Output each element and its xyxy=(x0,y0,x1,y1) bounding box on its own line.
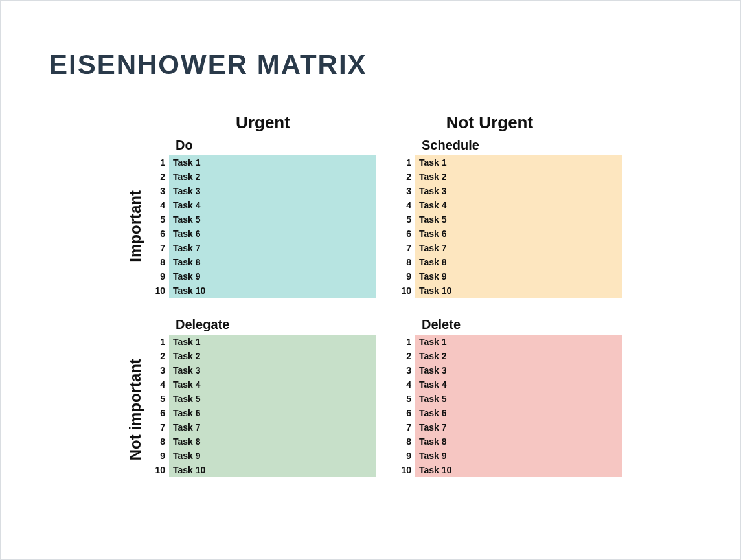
task-row: 6Task 6 xyxy=(396,227,622,241)
task-num: 4 xyxy=(150,379,169,390)
task-num: 5 xyxy=(150,214,169,225)
task-row: 4Task 4 xyxy=(150,377,376,392)
task-cell[interactable]: Task 3 xyxy=(415,184,622,198)
task-row: 5Task 5 xyxy=(396,212,622,227)
task-num: 9 xyxy=(150,271,169,282)
task-num: 3 xyxy=(396,186,415,196)
task-num: 10 xyxy=(396,286,415,296)
task-cell[interactable]: Task 10 xyxy=(169,284,376,298)
task-cell[interactable]: Task 2 xyxy=(169,349,376,363)
task-num: 6 xyxy=(396,229,415,239)
task-num: 2 xyxy=(150,172,169,182)
task-num: 5 xyxy=(396,394,415,404)
task-num: 7 xyxy=(396,243,415,253)
task-cell[interactable]: Task 3 xyxy=(169,363,376,377)
page-title: EISENHOWER MATRIX xyxy=(1,49,740,80)
task-row: 8Task 8 xyxy=(150,255,376,269)
task-cell[interactable]: Task 8 xyxy=(169,255,376,269)
task-cell[interactable]: Task 9 xyxy=(169,449,376,463)
task-cell[interactable]: Task 1 xyxy=(415,335,622,349)
task-cell[interactable]: Task 2 xyxy=(415,349,622,363)
task-row: 1Task 1 xyxy=(150,155,376,170)
task-cell[interactable]: Task 2 xyxy=(169,170,376,184)
task-cell[interactable]: Task 10 xyxy=(415,284,622,298)
task-cell[interactable]: Task 4 xyxy=(169,377,376,392)
quadrant-schedule-title: Schedule xyxy=(396,138,622,153)
task-cell[interactable]: Task 8 xyxy=(415,434,622,449)
task-cell[interactable]: Task 8 xyxy=(169,434,376,449)
task-cell[interactable]: Task 5 xyxy=(415,212,622,227)
task-cell[interactable]: Task 9 xyxy=(415,269,622,284)
col-header-not-urgent: Not Urgent xyxy=(376,113,584,133)
quadrant-delete-title: Delete xyxy=(396,317,622,332)
task-num: 6 xyxy=(396,408,415,418)
task-num: 10 xyxy=(150,286,169,296)
task-cell[interactable]: Task 6 xyxy=(169,406,376,420)
task-cell[interactable]: Task 2 xyxy=(415,170,622,184)
matrix-area: Important Not important Urgent Not Urgen… xyxy=(150,113,629,477)
task-row: 4Task 4 xyxy=(396,198,622,212)
quadrant-schedule: Schedule 1Task 1 2Task 2 3Task 3 4Task 4… xyxy=(396,138,622,298)
task-cell[interactable]: Task 4 xyxy=(169,198,376,212)
task-cell[interactable]: Task 7 xyxy=(415,420,622,434)
quadrant-delete-list: 1Task 1 2Task 2 3Task 3 4Task 4 5Task 5 … xyxy=(396,335,622,477)
task-cell[interactable]: Task 6 xyxy=(415,406,622,420)
quadrant-do-title: Do xyxy=(150,138,376,153)
task-num: 8 xyxy=(396,436,415,447)
task-num: 9 xyxy=(396,271,415,282)
quadrant-do: Do 1Task 1 2Task 2 3Task 3 4Task 4 5Task… xyxy=(150,138,376,298)
task-row: 7Task 7 xyxy=(396,241,622,255)
task-cell[interactable]: Task 8 xyxy=(415,255,622,269)
task-row: 10Task 10 xyxy=(150,463,376,477)
task-cell[interactable]: Task 3 xyxy=(169,184,376,198)
task-cell[interactable]: Task 7 xyxy=(169,420,376,434)
quadrant-schedule-list: 1Task 1 2Task 2 3Task 3 4Task 4 5Task 5 … xyxy=(396,155,622,298)
task-num: 7 xyxy=(150,243,169,253)
task-cell[interactable]: Task 6 xyxy=(415,227,622,241)
task-num: 1 xyxy=(150,157,169,168)
page-canvas: EISENHOWER MATRIX Important Not importan… xyxy=(0,0,741,560)
task-num: 4 xyxy=(396,200,415,210)
task-cell[interactable]: Task 1 xyxy=(415,155,622,170)
task-cell[interactable]: Task 1 xyxy=(169,335,376,349)
task-row: 7Task 7 xyxy=(150,241,376,255)
task-cell[interactable]: Task 4 xyxy=(415,377,622,392)
task-num: 10 xyxy=(150,465,169,475)
task-num: 3 xyxy=(396,365,415,375)
task-row: 2Task 2 xyxy=(150,170,376,184)
task-row: 8Task 8 xyxy=(150,434,376,449)
task-cell[interactable]: Task 9 xyxy=(169,269,376,284)
task-cell[interactable]: Task 5 xyxy=(415,392,622,406)
task-row: 3Task 3 xyxy=(396,184,622,198)
task-cell[interactable]: Task 5 xyxy=(169,212,376,227)
task-row: 6Task 6 xyxy=(150,406,376,420)
col-header-urgent: Urgent xyxy=(150,113,357,133)
task-row: 9Task 9 xyxy=(150,269,376,284)
task-num: 8 xyxy=(150,436,169,447)
task-cell[interactable]: Task 7 xyxy=(415,241,622,255)
task-cell[interactable]: Task 9 xyxy=(415,449,622,463)
task-num: 5 xyxy=(150,394,169,404)
task-row: 5Task 5 xyxy=(150,392,376,406)
task-num: 2 xyxy=(396,172,415,182)
task-cell[interactable]: Task 1 xyxy=(169,155,376,170)
task-cell[interactable]: Task 7 xyxy=(169,241,376,255)
task-row: 6Task 6 xyxy=(396,406,622,420)
task-cell[interactable]: Task 5 xyxy=(169,392,376,406)
task-cell[interactable]: Task 10 xyxy=(415,463,622,477)
task-row: 1Task 1 xyxy=(396,335,622,349)
task-row: 9Task 9 xyxy=(150,449,376,463)
task-row: 2Task 2 xyxy=(150,349,376,363)
quadrant-delegate: Delegate 1Task 1 2Task 2 3Task 3 4Task 4… xyxy=(150,317,376,477)
task-cell[interactable]: Task 3 xyxy=(415,363,622,377)
quadrant-delegate-title: Delegate xyxy=(150,317,376,332)
task-row: 7Task 7 xyxy=(150,420,376,434)
task-num: 1 xyxy=(150,337,169,347)
task-cell[interactable]: Task 10 xyxy=(169,463,376,477)
matrix-grid: Do 1Task 1 2Task 2 3Task 3 4Task 4 5Task… xyxy=(150,138,629,477)
task-row: 8Task 8 xyxy=(396,255,622,269)
task-row: 9Task 9 xyxy=(396,449,622,463)
task-cell[interactable]: Task 4 xyxy=(415,198,622,212)
task-cell[interactable]: Task 6 xyxy=(169,227,376,241)
task-row: 2Task 2 xyxy=(396,170,622,184)
